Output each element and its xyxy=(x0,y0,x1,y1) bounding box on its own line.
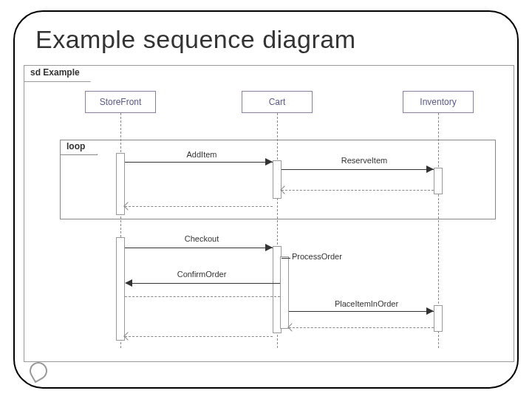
sd-frame: sd Example StoreFront Cart Inventory loo… xyxy=(24,65,514,362)
activation-cart-loop xyxy=(273,160,282,199)
arrow-open-icon xyxy=(123,332,132,340)
msg-line-placeitem xyxy=(289,311,434,312)
arrow-icon xyxy=(265,158,273,166)
msg-line-reserveitem xyxy=(282,169,434,170)
activation-storefront-checkout xyxy=(116,237,125,341)
activation-inventory-loop xyxy=(434,168,443,194)
msg-label-checkout: Checkout xyxy=(157,234,246,243)
return-line xyxy=(125,336,273,337)
return-line xyxy=(289,327,434,328)
msg-label-additem: AddItem xyxy=(157,150,246,159)
msg-line-confirmorder xyxy=(132,283,280,284)
return-line xyxy=(125,296,280,297)
msg-label-reserveitem: ReserveItem xyxy=(320,156,409,165)
slide-title: Example sequence diagram xyxy=(35,25,355,54)
lifeline-cart: Cart xyxy=(242,91,313,113)
arrow-icon xyxy=(265,244,273,251)
msg-label-processorder: ProcessOrder xyxy=(292,252,373,261)
activation-cart-process xyxy=(280,256,289,329)
lifeline-storefront: StoreFront xyxy=(85,91,156,113)
arrow-open-icon xyxy=(287,323,296,331)
msg-label-confirmorder: ConfirmOrder xyxy=(157,270,246,279)
return-line xyxy=(282,190,434,191)
msg-label-placeitem: PlaceItemInOrder xyxy=(318,299,415,308)
activation-inventory-place xyxy=(434,305,443,332)
msg-line-additem xyxy=(125,162,273,163)
msg-line-checkout xyxy=(125,248,273,248)
arrow-icon xyxy=(125,279,132,287)
sequence-diagram: sd Example StoreFront Cart Inventory loo… xyxy=(24,65,514,381)
msg-line-processorder xyxy=(282,258,290,259)
slide-canvas: Example sequence diagram sd Example Stor… xyxy=(0,0,532,399)
sd-frame-label: sd Example xyxy=(24,66,91,82)
loop-label: loop xyxy=(61,140,98,155)
lifeline-inventory: Inventory xyxy=(403,91,474,113)
arrow-icon xyxy=(426,166,434,173)
return-line xyxy=(125,206,273,207)
arrow-icon xyxy=(426,307,434,315)
